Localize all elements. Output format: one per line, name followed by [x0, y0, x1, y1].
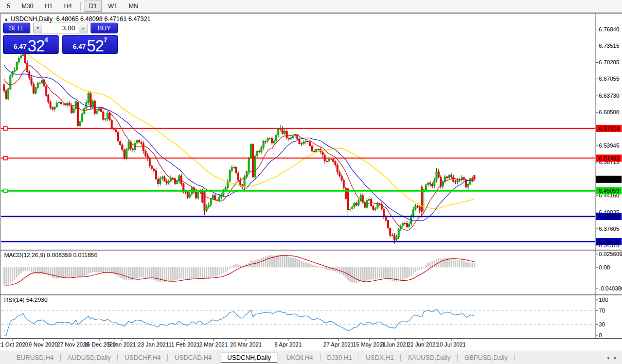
buy-price-pip: 7	[103, 36, 107, 44]
chart-tab-AUDUSD-Daily[interactable]: AUDUSD,Daily	[62, 353, 116, 363]
svg-text:2 Mar 2021: 2 Mar 2021	[199, 341, 228, 348]
svg-text:-0.040386: -0.040386	[599, 285, 622, 292]
tab-separator	[219, 354, 219, 361]
tab-separator	[359, 354, 359, 361]
tab-separator	[320, 354, 321, 361]
svg-text:6.51483: 6.51483	[599, 155, 619, 161]
triangle-down-icon: ▼	[36, 26, 40, 30]
svg-text:30: 30	[599, 321, 605, 327]
svg-text:6.40019: 6.40019	[599, 213, 619, 220]
tab-separator	[514, 354, 515, 361]
buy-price-prefix: 6.47	[73, 43, 85, 50]
svg-text:8 Apr 2021: 8 Apr 2021	[274, 341, 301, 348]
chart-tabs-bar: EURUSD,H4AUDUSD,DailyUSDCHF,H4USDCAD,H4U…	[0, 351, 622, 364]
svg-text:100: 100	[599, 297, 608, 303]
tab-separator	[279, 354, 279, 361]
chart-tab-USDX-H1[interactable]: USDX,H1	[361, 353, 399, 363]
tabs-scroll-left-icon[interactable]: ◂	[607, 355, 609, 360]
svg-text:9 Nov 2020: 9 Nov 2020	[29, 341, 58, 348]
tab-separator	[60, 354, 61, 361]
chart-tab-GBPUSD-Daily[interactable]: GBPUSD,Daily	[459, 353, 513, 363]
buy-price-big: 52	[87, 40, 103, 52]
svg-text:22 Jun 2021: 22 Jun 2021	[407, 341, 439, 348]
sell-price-pip: 4	[44, 36, 48, 44]
svg-text:6.35078: 6.35078	[599, 239, 619, 245]
svg-text:70: 70	[599, 307, 605, 314]
svg-text:0: 0	[599, 332, 602, 338]
chart-tab-USDCHF-H4[interactable]: USDCHF,H4	[119, 353, 166, 363]
svg-text:6.37605: 6.37605	[599, 226, 619, 232]
chart-ohlc-title: ▲USDCNH,Daily6.48065 6.48098 6.47161 6.4…	[4, 15, 151, 23]
svg-text:6.73515: 6.73515	[599, 43, 619, 49]
volume-increase-button[interactable]: ▲	[79, 23, 87, 33]
svg-text:6.47321: 6.47321	[599, 176, 619, 183]
tab-separator	[117, 354, 118, 361]
svg-text:6.67055: 6.67055	[599, 76, 619, 82]
svg-text:6.57314: 6.57314	[599, 125, 619, 132]
chart-tab-USDCNH-Daily[interactable]: USDCNH,Daily	[221, 353, 278, 363]
svg-text:20 Mar 2021: 20 Mar 2021	[230, 341, 262, 348]
svg-text:23 Jan 2021: 23 Jan 2021	[138, 341, 169, 348]
svg-text:21 Oct 2020: 21 Oct 2020	[0, 341, 28, 348]
chart-ohlc-values: 6.48065 6.48098 6.47161 6.47321	[56, 15, 151, 23]
tab-separator	[457, 354, 458, 361]
triangle-up-icon: ▲	[81, 26, 85, 30]
tabs-scroll-right-icon[interactable]: ▸	[614, 355, 617, 360]
tab-scroll-arrows: ◂ ▸	[607, 355, 617, 360]
svg-text:5 Jan 2021: 5 Jan 2021	[108, 341, 136, 348]
collapse-panel-icon[interactable]: ▲	[4, 17, 8, 22]
chart-tab-XAUUSD-Daily[interactable]: XAUUSD,Daily	[402, 353, 455, 363]
volume-decrease-button[interactable]: ▼	[33, 23, 42, 33]
rsi-indicator-label: RSI(14) 54.2930	[4, 297, 47, 303]
tab-separator	[400, 354, 401, 361]
tab-separator	[167, 354, 168, 361]
svg-text:10 Jul 2021: 10 Jul 2021	[437, 341, 466, 348]
svg-text:6.76840: 6.76840	[599, 26, 619, 32]
svg-text:6.70285: 6.70285	[599, 59, 619, 65]
svg-text:6.45059: 6.45059	[599, 188, 619, 194]
buy-price-button[interactable]: 6.47 52 7	[62, 35, 118, 54]
sell-price-prefix: 6.47	[13, 43, 26, 50]
svg-text:6.63730: 6.63730	[599, 93, 619, 99]
chart-symbol-period: USDCNH,Daily	[11, 15, 52, 23]
chart-tab-DJ30-H1[interactable]: DJ30,H1	[322, 353, 358, 363]
macd-indicator-label: MACD(12,26,9) 0.008359 0.011856	[4, 252, 97, 258]
svg-text:0.00: 0.00	[599, 264, 610, 270]
chart-tab-UKOil-H4[interactable]: UKOil,H4	[281, 353, 318, 363]
chart-tab-EURUSD-H4[interactable]: EURUSD,H4	[11, 353, 59, 363]
svg-text:27 Apr 2021: 27 Apr 2021	[323, 341, 353, 348]
svg-text:6.53945: 6.53945	[599, 142, 619, 149]
sell-button[interactable]: SELL	[3, 23, 30, 33]
svg-text:3 Jun 2021: 3 Jun 2021	[381, 341, 409, 348]
sell-price-button[interactable]: 6.47 32 4	[3, 35, 59, 54]
svg-text:6.60500: 6.60500	[599, 109, 619, 115]
one-click-trading-panel: SELL ▼ 3.00 ▲ BUY 6.47 32 4 6.47 52 7	[3, 23, 118, 54]
buy-button[interactable]: BUY	[91, 23, 118, 33]
sell-price-big: 32	[28, 40, 44, 52]
svg-text:11 Feb 2021: 11 Feb 2021	[169, 341, 200, 348]
volume-input[interactable]: 3.00	[42, 23, 79, 33]
svg-text:0.025609: 0.025609	[599, 251, 622, 257]
chart-tab-USDCAD-H4[interactable]: USDCAD,H4	[169, 353, 217, 363]
